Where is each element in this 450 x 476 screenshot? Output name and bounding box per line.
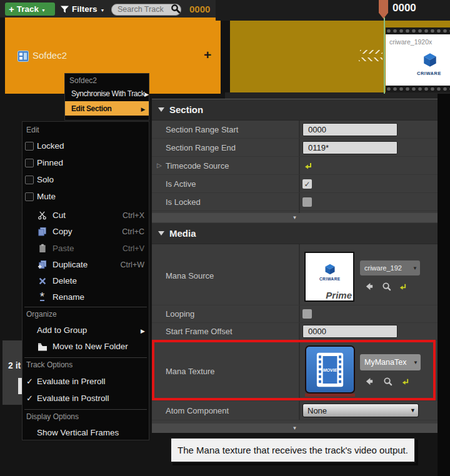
property-label: Section Range Start [166, 125, 238, 134]
menu-item-label: Add to Group [37, 325, 87, 335]
track-add-section-button[interactable]: + [204, 47, 211, 62]
playhead-line[interactable] [384, 17, 385, 94]
sequencer-toolbar: Track Filters 0000 [0, 0, 216, 17]
menu-item-label: Duplicate [52, 260, 88, 269]
filters-label: Filters [72, 4, 98, 14]
menu-title: Sofdec2 [69, 76, 97, 85]
criware-cube-logo [324, 263, 336, 275]
filters-button[interactable]: Filters [61, 2, 104, 16]
menu-toggle-pinned[interactable]: Pinned [22, 154, 149, 171]
start-frame-offset-input[interactable] [302, 325, 398, 338]
reset-to-default-icon[interactable] [302, 161, 314, 172]
checkbox-icon[interactable] [25, 176, 34, 184]
plus-icon [9, 4, 14, 14]
looping-checkbox[interactable] [302, 309, 312, 319]
media-expander-bar[interactable] [152, 424, 438, 433]
sequencer-window: Track Filters 0000 -090 -060 -030 0030 0… [0, 0, 450, 476]
menu-item-rename[interactable]: * Rename [22, 289, 149, 305]
menu-item-edit-section[interactable]: Edit Section [65, 101, 149, 116]
current-time-display[interactable]: 0000 [189, 4, 210, 14]
expand-arrow-icon[interactable]: ▷ [157, 162, 162, 169]
menu-shortcut: Ctrl+W [120, 260, 144, 269]
menu-item-synchronise-with-track[interactable]: Synchronise With Track [65, 86, 149, 101]
checkbox-icon[interactable] [25, 192, 34, 201]
browse-asset-icon[interactable] [381, 280, 392, 292]
category-title: Media [169, 228, 196, 239]
copy-icon [37, 226, 48, 237]
category-section[interactable]: Section [152, 99, 438, 121]
property-label: Start Frame Offset [166, 327, 232, 336]
property-label: Mana Source [166, 271, 214, 280]
property-label: Section Range End [166, 143, 236, 152]
menu-item-label: Cut [52, 211, 66, 220]
filmstrip-frame: criware_1920x CRIWARE [386, 34, 450, 86]
is-active-checkbox[interactable]: ✓ [302, 179, 312, 189]
section-expander-bar[interactable] [152, 213, 438, 222]
menu-toggle-evaluate-in-preroll[interactable]: ✓ Evaluate in Preroll [22, 373, 149, 390]
menu-item-label: Solo [37, 175, 54, 184]
category-media[interactable]: Media [152, 223, 438, 244]
filmstrip-sprockets [386, 27, 450, 34]
movie-section-thumbnail[interactable]: criware_1920x CRIWARE [386, 27, 450, 92]
criware-logo-text: CRIWARE [319, 277, 341, 281]
menu-item-label: Paste [52, 244, 74, 253]
context-menu-root: Sofdec2 Synchronise With Track Edit Sect… [64, 73, 149, 121]
menu-item-show-vertical-frames[interactable]: Show Vertical Frames [22, 424, 149, 441]
property-label: Is Locked [166, 197, 201, 207]
easing-hatch-marks [359, 57, 382, 61]
menu-item-cut[interactable]: Cut Ctrl+X [22, 207, 149, 224]
menu-group-header: Edit [26, 126, 39, 134]
menu-item-label: Move to New Folder [52, 342, 128, 351]
menu-item-label: Copy [52, 227, 72, 236]
is-locked-checkbox[interactable] [302, 197, 312, 207]
rename-icon: * [37, 292, 48, 302]
menu-item-label: Pinned [37, 158, 63, 167]
search-icon[interactable] [171, 4, 181, 14]
collapse-arrow-icon [158, 107, 164, 112]
menu-item-duplicate[interactable]: Duplicate Ctrl+W [22, 256, 149, 273]
track-divider [221, 17, 230, 94]
menu-shortcut: Ctrl+V [122, 244, 144, 253]
edit-section-submenu: Edit Locked Pinned Solo Mute Cut Ctrl+X [22, 121, 149, 440]
chevron-down-icon [101, 4, 105, 14]
menu-item-paste[interactable]: Paste Ctrl+V [22, 240, 149, 257]
mana-source-dropdown[interactable]: criware_192 [360, 260, 420, 275]
menu-item-delete[interactable]: Delete [22, 272, 149, 289]
criware-logo-text: CRIWARE [417, 71, 441, 76]
menu-item-add-to-group[interactable]: Add to Group [22, 322, 149, 339]
property-label: Atom Component [166, 406, 229, 415]
menu-toggle-evaluate-in-postroll[interactable]: ✓ Evaluate in Postroll [22, 390, 149, 407]
collapse-arrow-icon [158, 231, 164, 236]
menu-item-copy[interactable]: Copy Ctrl+C [22, 223, 149, 240]
row-start-frame-offset: Start Frame Offset [152, 323, 438, 340]
scissors-icon [37, 210, 48, 221]
filmstrip-sprockets [386, 86, 450, 92]
section-range-end-input[interactable] [302, 141, 398, 154]
menu-group-header: Organize [26, 310, 57, 319]
row-section-range-end: Section Range End [152, 139, 438, 157]
add-track-button[interactable]: Track [5, 2, 55, 16]
checkmark-icon: ✓ [26, 377, 33, 386]
checkbox-icon[interactable] [25, 142, 34, 151]
checkmark-icon: ✓ [26, 394, 33, 403]
menu-group-header: Display Options [26, 412, 79, 421]
menu-toggle-solo[interactable]: Solo [22, 171, 149, 188]
clipboard-icon [37, 243, 48, 254]
tooltip-text: The Mana texture that receives the track… [178, 445, 408, 455]
menu-item-label: Show Vertical Frames [37, 428, 119, 437]
use-selected-asset-icon[interactable] [363, 280, 374, 292]
menu-toggle-mute[interactable]: Mute [22, 188, 149, 205]
section-range-start-input[interactable] [302, 123, 398, 136]
menu-item-label: Rename [52, 292, 84, 302]
search-track-field [111, 3, 181, 15]
checkbox-icon[interactable] [25, 159, 34, 167]
menu-separator [24, 357, 147, 358]
submenu-arrow-icon [144, 89, 149, 98]
menu-toggle-locked[interactable]: Locked [22, 137, 149, 154]
reset-to-default-icon[interactable] [397, 281, 408, 292]
atom-component-dropdown[interactable]: None [302, 404, 419, 417]
folder-icon [37, 341, 48, 352]
mana-source-thumbnail[interactable]: CRIWARE Prime [304, 252, 354, 302]
criware-cube-logo [422, 52, 438, 68]
menu-item-move-to-new-folder[interactable]: Move to New Folder [22, 338, 149, 355]
